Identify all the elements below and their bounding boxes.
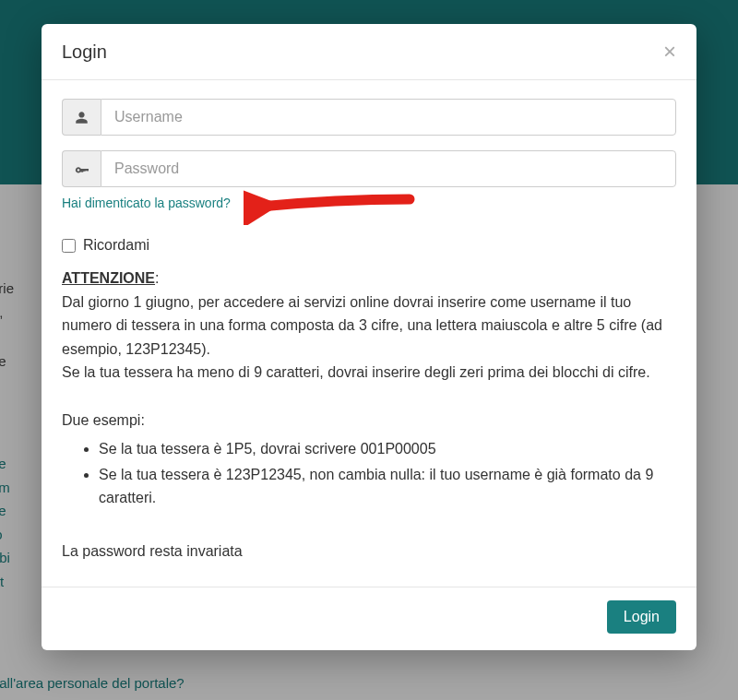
user-icon [62,99,101,136]
forgot-password-link[interactable]: Hai dimenticato la password? [62,196,231,210]
example-item: Se la tua tessera è 1P5, dovrai scrivere… [99,437,676,461]
password-note: La password resta invariata [62,540,676,564]
example-item: Se la tua tessera è 123P12345, non cambi… [99,463,676,510]
username-input[interactable] [101,99,676,136]
modal-footer: Login [42,587,696,650]
modal-body: Hai dimenticato la password? Ricordami A… [42,80,696,587]
examples-heading: Due esempi: [62,409,676,433]
remember-me-row: Ricordami [62,237,676,254]
username-group [62,99,676,136]
notice-paragraph-1: Dal giorno 1 giugno, per accedere ai ser… [62,294,662,357]
key-icon [62,150,101,187]
login-modal: Login × Hai dimenticato la password? Ric… [42,24,696,650]
modal-title: Login [62,42,107,63]
password-input[interactable] [101,150,676,187]
notice-block: ATTENZIONE: Dal giorno 1 giugno, per acc… [62,267,676,563]
close-icon[interactable]: × [663,41,676,63]
notice-paragraph-1b: Se la tua tessera ha meno di 9 caratteri… [62,364,650,380]
remember-label: Ricordami [83,237,149,254]
attention-label: ATTENZIONE [62,270,155,286]
login-button[interactable]: Login [607,600,676,634]
password-group [62,150,676,187]
remember-checkbox[interactable] [62,239,76,253]
modal-header: Login × [42,24,696,80]
examples-list: Se la tua tessera è 1P5, dovrai scrivere… [99,437,676,510]
